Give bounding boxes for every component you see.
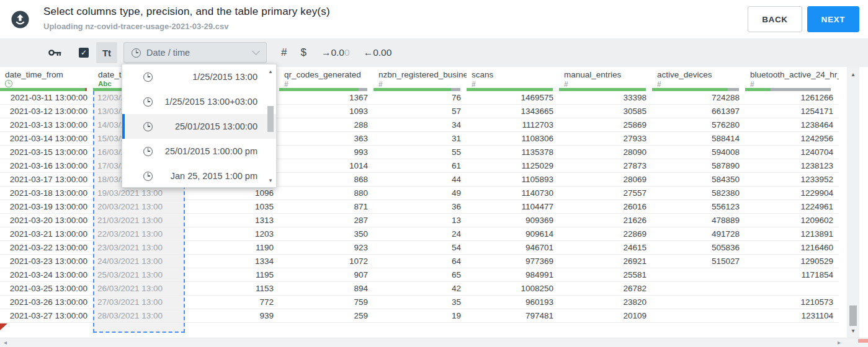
include-column-checkbox[interactable]: ✓ [79,48,89,58]
table-cell[interactable]: 288 [279,118,374,132]
table-cell[interactable]: 1290529 [745,255,839,268]
table-cell[interactable]: 65 [374,268,467,282]
table-cell[interactable]: 13 [374,214,467,227]
table-cell[interactable]: 31 [374,132,467,146]
table-cell[interactable]: 28069 [559,173,652,187]
table-cell[interactable]: 2021-03-20 13:00:00 [0,214,93,227]
table-cell[interactable]: 2021-03-14 13:00:00 [0,132,93,146]
table-cell[interactable]: 2021-03-22 13:00:00 [0,241,93,255]
format-option[interactable]: 25/01/2015 13:00:00 [122,114,276,139]
column-header[interactable]: date_time_from [0,67,93,91]
table-cell[interactable]: 587890 [652,159,745,173]
table-cell[interactable]: 1254171 [745,105,839,118]
table-cell[interactable]: 55 [374,146,467,159]
table-cell[interactable]: 2021-03-17 13:00:00 [0,173,93,187]
table-cell[interactable]: 491728 [652,227,745,241]
table-cell[interactable] [652,282,745,296]
table-cell[interactable]: 1096 [185,187,279,200]
table-cell[interactable]: 1035 [185,200,279,214]
scroll-up-icon[interactable]: ▴ [266,68,275,74]
column-header[interactable]: nzbn_registered_busine# [374,67,467,91]
column-header[interactable]: qr_codes_generated# [279,67,374,91]
table-cell[interactable]: 54 [374,241,467,255]
table-cell[interactable]: 1242956 [745,132,839,146]
table-cell[interactable]: 21626 [559,214,652,227]
table-cell[interactable]: 1209602 [745,214,839,227]
table-cell[interactable]: 27873 [559,159,652,173]
format-option[interactable]: Jan 25, 2015 1:00 pm [122,164,276,188]
table-cell[interactable]: 582380 [652,187,745,200]
table-cell[interactable]: 30585 [559,105,652,118]
table-cell[interactable]: 1093 [279,105,374,118]
table-cell[interactable]: 350 [279,227,374,241]
scroll-down-icon[interactable]: ▾ [266,177,275,183]
table-cell[interactable]: 584350 [652,173,745,187]
format-option[interactable]: 25/01/2015 1:00:00 pm [122,139,276,164]
column-header[interactable]: active_devices# [652,67,745,91]
table-cell[interactable]: 21/03/2021 13:00 [94,214,184,227]
table-cell[interactable]: 797481 [467,309,559,323]
table-cell[interactable]: 2021-03-12 13:00:00 [0,105,93,118]
table-cell[interactable]: 2021-03-26 13:00:00 [0,296,93,309]
table-cell[interactable]: 42 [374,282,467,296]
table-cell[interactable]: 33398 [559,91,652,105]
table-cell[interactable]: 27933 [559,132,652,146]
table-cell[interactable]: 22/03/2021 13:00 [94,227,184,241]
table-cell[interactable]: 1108306 [467,132,559,146]
table-cell[interactable]: 61 [374,159,467,173]
column-header[interactable]: bluetooth_active_24_hr_# [745,67,839,91]
table-cell[interactable]: 977369 [467,255,559,268]
dropdown-scroll-thumb[interactable] [267,106,274,132]
table-cell[interactable]: 772 [185,296,279,309]
table-cell[interactable]: 1125029 [467,159,559,173]
table-cell[interactable]: 49 [374,187,467,200]
increase-decimal-button[interactable]: →0.00 [321,47,350,58]
table-cell[interactable]: 28090 [559,146,652,159]
currency-type-button[interactable]: $ [300,46,306,59]
column-header[interactable]: scans# [467,67,559,91]
table-cell[interactable]: 1233952 [745,173,839,187]
table-cell[interactable]: 2021-03-11 13:00:00 [0,91,93,105]
table-cell[interactable]: 23/03/2021 13:00 [94,241,184,255]
table-cell[interactable]: 1240704 [745,146,839,159]
table-cell[interactable]: 661397 [652,105,745,118]
table-cell[interactable]: 576280 [652,118,745,132]
table-cell[interactable]: 2021-03-27 13:00:00 [0,309,93,323]
vertical-scrollbar[interactable]: ▴ ▾ [847,67,859,338]
table-cell[interactable]: 1008250 [467,282,559,296]
horizontal-scrollbar[interactable]: ◂ ▸ [0,338,868,347]
next-button[interactable]: NEXT [807,6,859,32]
table-cell[interactable]: 22869 [559,227,652,241]
table-cell[interactable]: 1140730 [467,187,559,200]
table-cell[interactable]: 24 [374,227,467,241]
scroll-up-icon[interactable]: ▴ [847,71,859,77]
table-cell[interactable]: 1072 [279,255,374,268]
table-cell[interactable]: 1171854 [745,268,839,282]
table-cell[interactable]: 556123 [652,200,745,214]
table-cell[interactable]: 363 [279,132,374,146]
table-cell[interactable]: 1210573 [745,296,839,309]
table-cell[interactable]: 1153 [185,282,279,296]
table-cell[interactable]: 26/03/2021 13:00 [94,282,184,296]
table-cell[interactable]: 27557 [559,187,652,200]
table-cell[interactable]: 1334 [185,255,279,268]
table-cell[interactable]: 588414 [652,132,745,146]
table-cell[interactable]: 1190 [185,241,279,255]
table-cell[interactable]: 287 [279,214,374,227]
integer-type-button[interactable]: # [281,46,287,59]
format-option[interactable]: 1/25/2015 13:00+03:00 [122,89,276,114]
table-cell[interactable]: 960193 [467,296,559,309]
table-cell[interactable]: 23820 [559,296,652,309]
table-cell[interactable]: 1203 [185,227,279,241]
table-cell[interactable]: 909614 [467,227,559,241]
table-cell[interactable]: 2021-03-19 13:00:00 [0,200,93,214]
scroll-down-icon[interactable]: ▾ [847,327,859,334]
table-cell[interactable]: 1313 [185,214,279,227]
table-cell[interactable]: 993 [279,146,374,159]
table-cell[interactable]: 759 [279,296,374,309]
table-cell[interactable]: 24/03/2021 13:00 [94,255,184,268]
column-header[interactable]: manual_entries# [559,67,652,91]
table-cell[interactable]: 28/03/2021 13:00 [94,309,184,323]
table-cell[interactable]: 907 [279,268,374,282]
table-cell[interactable]: 25869 [559,118,652,132]
